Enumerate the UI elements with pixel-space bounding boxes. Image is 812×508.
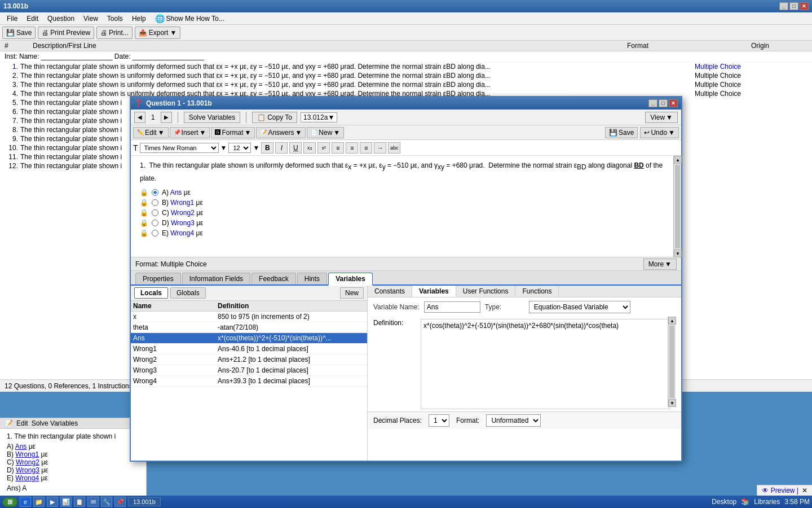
wrong4-link[interactable]: Wrong4: [170, 229, 194, 237]
font-size-select[interactable]: 12 10 14 16: [228, 143, 251, 153]
option-d: 🔒 D) Wrong3 με: [140, 218, 668, 228]
modal-title: Question 1 - 13.001b: [146, 99, 212, 107]
def-scroll-up[interactable]: ▲: [668, 317, 676, 325]
format-menu-button[interactable]: 🅰 Format ▼: [211, 127, 255, 138]
tab-properties[interactable]: Properties: [135, 273, 181, 284]
superscript-button[interactable]: x²: [317, 142, 330, 154]
option-e-icon[interactable]: 🔒: [140, 229, 148, 237]
font-type-icon: T: [133, 143, 138, 152]
underline-button[interactable]: U: [289, 142, 302, 154]
taskbar-icon-7[interactable]: 🔧: [101, 497, 112, 507]
constants-tab[interactable]: Constants: [368, 286, 412, 297]
scroll-thumb[interactable]: [675, 165, 680, 248]
option-e-radio[interactable]: [152, 230, 158, 237]
preview-close-button[interactable]: ✕: [802, 487, 807, 494]
variable-detail-panel: Constants Variables User Functions Funct…: [368, 286, 681, 461]
align-left-button[interactable]: ≡: [332, 142, 344, 154]
content-scrollbar[interactable]: ▲ ▼: [673, 156, 681, 257]
var-row-wrong1[interactable]: Wrong1 Ans-40.6 [to 1 decimal places]: [131, 344, 367, 354]
copy-to-button[interactable]: 📋 Copy To: [252, 112, 297, 123]
definition-scrollbar[interactable]: ▲ ▼: [668, 317, 676, 407]
wrong3-link[interactable]: Wrong3: [171, 219, 195, 227]
dropdown-arrow: ▼: [328, 113, 334, 121]
option-d-radio[interactable]: [152, 220, 158, 226]
modal-minimize-button[interactable]: _: [648, 99, 657, 107]
taskbar-icon-5[interactable]: 📋: [74, 497, 85, 507]
edit-menu-button[interactable]: ✏️ Edit ▼: [133, 127, 169, 138]
font-family-select[interactable]: Times New Roman Arial Courier New: [140, 143, 219, 153]
more-button[interactable]: More ▼: [643, 259, 677, 270]
subscript-button[interactable]: x₂: [303, 142, 316, 154]
var-row-wrong4[interactable]: Wrong4 Ans+39.3 [to 1 decimal places]: [131, 376, 367, 387]
view-dropdown-icon: ▼: [666, 113, 673, 121]
modal-icon: ❓: [134, 99, 143, 107]
definition-textarea[interactable]: x*(cos(theta))^2+(-510)*(sin(theta))^2+6…: [421, 319, 670, 409]
wrong2-link[interactable]: Wrong2: [171, 209, 195, 217]
globals-tab[interactable]: Globals: [170, 287, 206, 299]
var-row-x[interactable]: x 850 to 975 (in increments of 2): [131, 312, 367, 322]
var-row-wrong2[interactable]: Wrong2 Ans+21.2 [to 1 decimal places]: [131, 354, 367, 365]
taskbar-icon-4[interactable]: 📊: [60, 497, 72, 507]
option-b-icon[interactable]: 🔒: [140, 199, 148, 207]
var-name-input[interactable]: [424, 301, 480, 313]
copy-to-destination[interactable]: 13.012a ▼: [301, 112, 337, 122]
new-variable-button[interactable]: New: [340, 287, 364, 299]
option-a-radio[interactable]: [152, 189, 158, 196]
var-type-label: Type:: [485, 303, 524, 311]
format-select[interactable]: Unformatted Fixed Scientific: [486, 414, 541, 427]
save-undo-group: 💾 Save ↩ Undo ▼: [605, 127, 679, 138]
new-menu-button[interactable]: 📄 New ▼: [307, 127, 344, 138]
var-row-wrong3[interactable]: Wrong3 Ans-20.7 [to 1 decimal places]: [131, 365, 367, 376]
locals-tab[interactable]: Locals: [134, 287, 168, 299]
def-scroll-down[interactable]: ▼: [668, 399, 676, 407]
scroll-down-button[interactable]: ▼: [674, 249, 682, 257]
preview-button[interactable]: 👁 Preview |: [762, 487, 798, 494]
taskbar-media-icon[interactable]: ▶: [47, 497, 58, 507]
insert-menu-button[interactable]: 📌 Insert ▼: [170, 127, 210, 138]
option-b-radio[interactable]: [152, 199, 158, 206]
option-c-icon[interactable]: 🔒: [140, 209, 148, 217]
taskbar-icon-8[interactable]: 📌: [114, 497, 126, 507]
tab-variables[interactable]: Variables: [328, 273, 373, 286]
variables-tab[interactable]: Variables: [412, 286, 456, 297]
bold-button[interactable]: B: [261, 142, 273, 154]
modal-save-button[interactable]: 💾 Save: [605, 127, 638, 138]
col-def-header: Definition: [218, 302, 365, 310]
modal-close-button[interactable]: ✕: [669, 99, 678, 107]
var-type-select[interactable]: Equation-Based Variable Range Variable C…: [529, 301, 630, 313]
user-functions-tab[interactable]: User Functions: [456, 286, 516, 297]
align-right-button[interactable]: ≡: [360, 142, 372, 154]
taskbar-left: ⊞ e 📁 ▶ 📊 📋 ✉ 🔧 📌 13.001b: [2, 497, 161, 507]
start-button[interactable]: ⊞: [2, 497, 17, 507]
tab-information-fields[interactable]: Information Fields: [182, 273, 250, 284]
modal-undo-button[interactable]: ↩ Undo ▼: [640, 127, 679, 138]
tab-feedback[interactable]: Feedback: [251, 273, 296, 284]
variable-detail-form: Variable Name: Type: Equation-Based Vari…: [368, 297, 681, 317]
align-center-button[interactable]: ≡: [346, 142, 358, 154]
modal-maximize-button[interactable]: □: [659, 99, 668, 107]
taskbar-ie-icon[interactable]: e: [20, 497, 31, 507]
prev-question-button[interactable]: ◀: [134, 112, 145, 123]
option-d-icon[interactable]: 🔒: [140, 219, 148, 227]
wrong1-link[interactable]: Wrong1: [170, 199, 194, 207]
indent-button[interactable]: →: [374, 142, 386, 154]
taskbar-active-task[interactable]: 13.001b: [128, 497, 161, 506]
answers-menu-button[interactable]: 📝 Answers ▼: [256, 127, 306, 138]
tab-hints[interactable]: Hints: [297, 273, 327, 284]
decimal-places-select[interactable]: 1 0 2 3: [429, 414, 449, 427]
view-button[interactable]: View ▼: [645, 112, 678, 123]
taskbar-icon-6[interactable]: ✉: [87, 497, 99, 507]
var-row-ans[interactable]: Ans x*(cos(theta))^2+(-510)*(sin(theta))…: [131, 333, 367, 344]
spell-check-button[interactable]: abc: [388, 142, 400, 154]
functions-tab[interactable]: Functions: [515, 286, 559, 297]
scroll-up-button[interactable]: ▲: [674, 156, 682, 164]
ans-link[interactable]: Ans: [170, 189, 182, 196]
italic-button[interactable]: I: [275, 142, 288, 154]
option-a-icon[interactable]: 🔒: [140, 189, 148, 196]
next-question-button[interactable]: ▶: [161, 112, 172, 123]
taskbar: ⊞ e 📁 ▶ 📊 📋 ✉ 🔧 📌 13.001b Desktop 📚 Libr…: [0, 496, 812, 508]
option-c-radio[interactable]: [152, 209, 158, 216]
solve-variables-button[interactable]: Solve Variables: [184, 112, 241, 123]
var-row-theta[interactable]: theta -atan(72/108): [131, 322, 367, 333]
taskbar-folder-icon[interactable]: 📁: [33, 497, 45, 507]
